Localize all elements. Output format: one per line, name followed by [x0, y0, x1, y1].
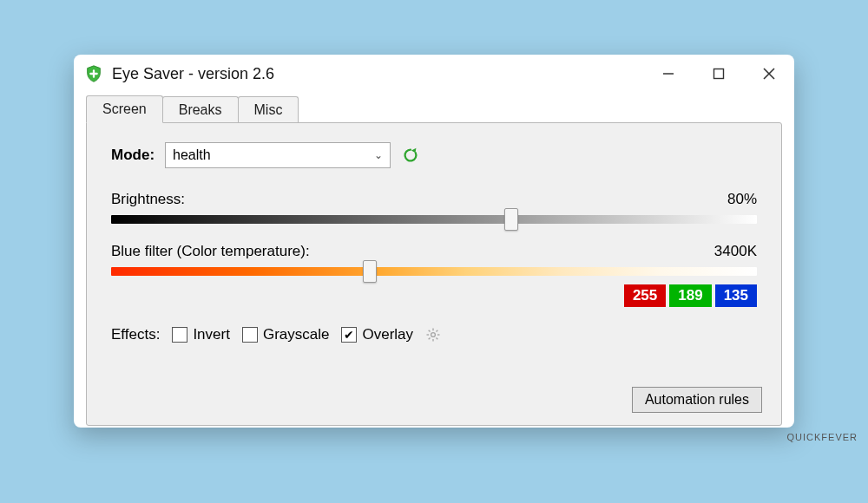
mode-select[interactable]: health ⌄	[165, 142, 391, 168]
maximize-button[interactable]	[694, 55, 744, 93]
tab-strip: Screen Breaks Misc	[74, 93, 794, 122]
window-title: Eye Saver - version 2.6	[112, 65, 274, 83]
tab-label: Screen	[102, 101, 147, 116]
svg-line-11	[436, 330, 437, 332]
blue-filter-thumb[interactable]	[363, 260, 377, 283]
tab-breaks[interactable]: Breaks	[162, 96, 239, 123]
blue-filter-label: Blue filter (Color temperature):	[111, 243, 310, 260]
tab-label: Misc	[254, 102, 283, 117]
automation-rules-button[interactable]: Automation rules	[632, 387, 762, 413]
effects-row: Effects: Invert Grayscale ✔ Overlay	[111, 326, 757, 343]
close-button[interactable]	[744, 55, 794, 93]
brightness-label: Brightness:	[111, 191, 185, 208]
blue-filter-slider[interactable]	[111, 267, 757, 276]
app-shield-icon	[84, 64, 103, 83]
rgb-red-value: 255	[624, 284, 666, 307]
rgb-green-value: 189	[669, 284, 711, 307]
blue-filter-block: Blue filter (Color temperature): 3400K 2…	[111, 243, 757, 307]
invert-checkbox[interactable]: Invert	[172, 326, 230, 343]
svg-line-9	[429, 330, 431, 332]
tab-label: Breaks	[179, 102, 222, 117]
brightness-block: Brightness: 80%	[111, 191, 757, 224]
refresh-icon[interactable]	[401, 146, 420, 165]
blue-filter-value: 3400K	[714, 243, 757, 260]
checkbox-box: ✔	[341, 327, 357, 343]
svg-line-12	[429, 337, 431, 339]
overlay-checkbox[interactable]: ✔ Overlay	[341, 326, 413, 343]
screen-panel: Mode: health ⌄ Brightness: 80%	[86, 122, 782, 426]
rgb-blue-value: 135	[715, 284, 757, 307]
tab-screen[interactable]: Screen	[86, 95, 163, 123]
gear-icon[interactable]	[425, 327, 441, 343]
effects-label: Effects:	[111, 326, 160, 343]
grayscale-checkbox[interactable]: Grayscale	[242, 326, 330, 343]
svg-rect-1	[714, 69, 724, 79]
app-window: Eye Saver - version 2.6 Screen Breaks Mi…	[74, 55, 794, 428]
svg-line-10	[436, 337, 437, 339]
svg-point-4	[431, 333, 436, 337]
grayscale-label: Grayscale	[263, 326, 330, 343]
rgb-readout: 255 189 135	[111, 284, 757, 307]
window-controls	[643, 55, 794, 93]
mode-label: Mode:	[111, 147, 155, 164]
chevron-down-icon: ⌄	[374, 149, 383, 161]
tab-misc[interactable]: Misc	[238, 96, 299, 123]
mode-selected-value: health	[173, 147, 211, 163]
checkbox-box	[242, 327, 258, 343]
checkbox-box	[172, 327, 187, 343]
overlay-label: Overlay	[362, 326, 413, 343]
mode-row: Mode: health ⌄	[111, 142, 757, 168]
watermark: QUICKFEVER	[786, 432, 858, 442]
minimize-button[interactable]	[643, 55, 694, 93]
brightness-slider[interactable]	[111, 215, 757, 224]
brightness-value: 80%	[727, 191, 757, 208]
titlebar: Eye Saver - version 2.6	[74, 55, 794, 93]
invert-label: Invert	[193, 326, 230, 343]
brightness-thumb[interactable]	[504, 208, 518, 231]
automation-button-label: Automation rules	[645, 392, 749, 407]
